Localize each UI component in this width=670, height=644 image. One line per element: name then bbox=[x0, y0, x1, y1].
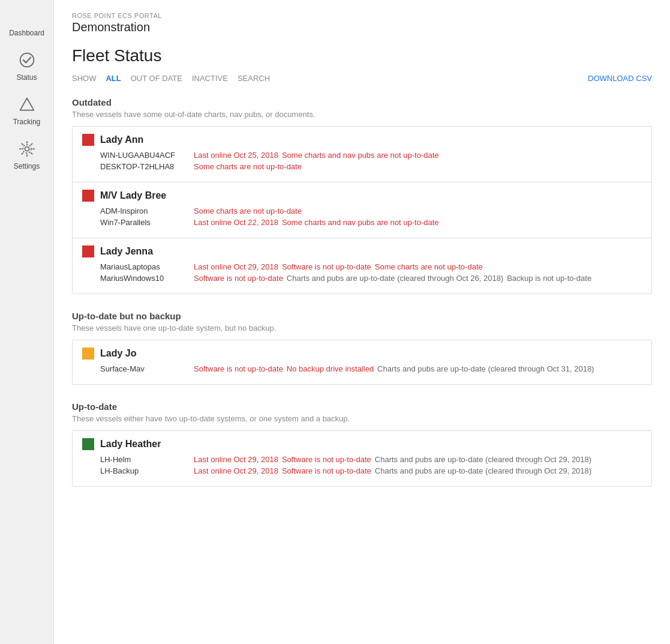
svg-point-9 bbox=[23, 145, 31, 153]
device-note: Last online Oct 29, 2018 bbox=[194, 466, 278, 475]
cards-container: Lady AnnWIN-LUGAABU4ACFLast online Oct 2… bbox=[72, 126, 652, 294]
vessel-card[interactable]: Lady JennaMariausLaptopasLast online Oct… bbox=[73, 238, 651, 292]
vessel-header: Lady Jo bbox=[82, 348, 642, 360]
device-name: MariausLaptopas bbox=[100, 262, 190, 271]
vessel-header: Lady Jenna bbox=[82, 245, 642, 257]
svg-point-6 bbox=[20, 53, 34, 67]
section-title: Up-to-date bbox=[72, 402, 652, 412]
gear-icon bbox=[19, 140, 35, 160]
section-description: These vessels either have two up-to-date… bbox=[72, 414, 652, 423]
device-name: WIN-LUGAABU4ACF bbox=[100, 151, 190, 160]
section-description: These vessels have some out-of-date char… bbox=[72, 110, 652, 119]
device-row: WIN-LUGAABU4ACFLast online Oct 25, 2018S… bbox=[82, 151, 642, 160]
sidebar-item-dashboard[interactable]: Dashboard bbox=[0, 6, 53, 44]
sidebar-item-tracking-label: Tracking bbox=[13, 118, 41, 126]
status-indicator bbox=[82, 134, 94, 146]
cards-container: Lady JoSurface-MavSoftware is not up-to-… bbox=[72, 340, 652, 385]
sidebar-item-tracking[interactable]: Tracking bbox=[0, 89, 53, 133]
sidebar-item-settings-label: Settings bbox=[14, 162, 40, 170]
section-title: Up-to-date but no backup bbox=[72, 311, 652, 321]
status-indicator bbox=[82, 438, 94, 450]
tracking-icon bbox=[19, 96, 35, 115]
filter-all[interactable]: ALL bbox=[106, 74, 121, 83]
filter-bar: SHOW ALL OUT OF DATE INACTIVE SEARCH DOW… bbox=[72, 74, 652, 83]
device-note: Last online Oct 29, 2018 bbox=[194, 262, 278, 271]
device-note: Last online Oct 29, 2018 bbox=[194, 455, 278, 464]
page-title: Fleet Status bbox=[72, 46, 652, 65]
download-csv-button[interactable]: DOWNLOAD CSV bbox=[588, 74, 652, 83]
sidebar-item-status-label: Status bbox=[16, 73, 37, 82]
device-note: Software is not up-to-date bbox=[282, 455, 371, 464]
device-name: Win7-Parallels bbox=[100, 218, 190, 227]
filter-show-label: SHOW bbox=[72, 74, 96, 83]
device-name: DESKTOP-T2HLHA8 bbox=[100, 162, 190, 171]
device-row: MariusWindows10Software is not up-to-dat… bbox=[82, 274, 642, 283]
section-outdated: OutdatedThese vessels have some out-of-d… bbox=[72, 97, 652, 294]
device-name: LH-Helm bbox=[100, 455, 190, 464]
sidebar-item-status[interactable]: Status bbox=[0, 44, 53, 89]
section-description: These vessels have one up-to-date system… bbox=[72, 324, 652, 333]
device-note: Software is not up-to-date bbox=[282, 466, 371, 475]
vessel-name: Lady Ann bbox=[100, 134, 143, 145]
device-note: Backup is not up-to-date bbox=[507, 274, 591, 283]
sidebar: Dashboard Status Tracking Settings bbox=[0, 0, 54, 644]
device-note: Charts and pubs are up-to-date (cleared … bbox=[377, 364, 594, 373]
svg-marker-7 bbox=[20, 98, 34, 110]
device-note: Charts and pubs are up-to-date (cleared … bbox=[287, 274, 503, 283]
filter-search[interactable]: SEARCH bbox=[238, 74, 270, 83]
portal-label: ROSE POINT ECS PORTAL bbox=[72, 12, 652, 19]
device-row: LH-BackupLast online Oct 29, 2018Softwar… bbox=[82, 466, 642, 475]
device-note: Some charts are not up-to-date bbox=[194, 206, 302, 215]
device-row: Surface-MavSoftware is not up-to-dateNo … bbox=[82, 364, 642, 373]
device-note: Charts and pubs are up-to-date (cleared … bbox=[375, 466, 591, 475]
svg-point-8 bbox=[25, 147, 29, 151]
portal-header: ROSE POINT ECS PORTAL Demonstration bbox=[72, 12, 652, 34]
vessel-name: Lady Jenna bbox=[100, 246, 153, 257]
filter-out-of-date[interactable]: OUT OF DATE bbox=[131, 74, 182, 83]
vessel-name: M/V Lady Bree bbox=[100, 190, 166, 201]
vessel-header: Lady Heather bbox=[82, 438, 642, 450]
device-row: DESKTOP-T2HLHA8Some charts are not up-to… bbox=[82, 162, 642, 171]
device-note: Last online Oct 25, 2018 bbox=[194, 151, 278, 160]
section-uptodate: Up-to-dateThese vessels either have two … bbox=[72, 402, 652, 487]
section-title: Outdated bbox=[72, 97, 652, 107]
vessel-card[interactable]: M/V Lady BreeADM-InspironSome charts are… bbox=[73, 182, 651, 236]
vessel-header: M/V Lady Bree bbox=[82, 190, 642, 202]
device-name: MariusWindows10 bbox=[100, 274, 190, 283]
device-note: Some charts are not up-to-date bbox=[375, 262, 483, 271]
cards-container: Lady HeatherLH-HelmLast online Oct 29, 2… bbox=[72, 430, 652, 487]
section-uptodate-no-backup: Up-to-date but no backupThese vessels ha… bbox=[72, 311, 652, 385]
device-row: MariausLaptopasLast online Oct 29, 2018S… bbox=[82, 262, 642, 271]
device-note: No backup drive installed bbox=[287, 364, 374, 373]
filter-inactive[interactable]: INACTIVE bbox=[192, 74, 228, 83]
device-note: Charts and pubs are up-to-date (cleared … bbox=[375, 455, 591, 464]
device-name: LH-Backup bbox=[100, 466, 190, 475]
main-content: ROSE POINT ECS PORTAL Demonstration Flee… bbox=[54, 0, 670, 644]
sidebar-item-settings[interactable]: Settings bbox=[0, 133, 53, 178]
sidebar-item-dashboard-label: Dashboard bbox=[9, 29, 44, 37]
vessel-header: Lady Ann bbox=[82, 134, 642, 146]
device-row: LH-HelmLast online Oct 29, 2018Software … bbox=[82, 455, 642, 464]
vessel-name: Lady Heather bbox=[100, 439, 161, 450]
status-indicator bbox=[82, 190, 94, 202]
device-note: Software is not up-to-date bbox=[194, 364, 283, 373]
device-row: ADM-InspironSome charts are not up-to-da… bbox=[82, 206, 642, 215]
sections-container: OutdatedThese vessels have some out-of-d… bbox=[72, 97, 652, 487]
vessel-name: Lady Jo bbox=[100, 348, 136, 359]
device-note: Software is not up-to-date bbox=[194, 274, 283, 283]
device-note: Software is not up-to-date bbox=[282, 262, 371, 271]
device-name: ADM-Inspiron bbox=[100, 206, 190, 215]
device-note: Some charts and nav pubs are not up-to-d… bbox=[282, 151, 439, 160]
vessel-card[interactable]: Lady AnnWIN-LUGAABU4ACFLast online Oct 2… bbox=[73, 127, 651, 181]
checkmark-icon bbox=[19, 52, 35, 71]
vessel-card[interactable]: Lady HeatherLH-HelmLast online Oct 29, 2… bbox=[73, 431, 651, 485]
device-note: Some charts are not up-to-date bbox=[194, 162, 302, 171]
device-note: Some charts and nav pubs are not up-to-d… bbox=[282, 218, 439, 227]
portal-name: Demonstration bbox=[72, 20, 652, 34]
device-row: Win7-ParallelsLast online Oct 22, 2018So… bbox=[82, 218, 642, 227]
device-name: Surface-Mav bbox=[100, 364, 190, 373]
status-indicator bbox=[82, 245, 94, 257]
status-indicator bbox=[82, 348, 94, 360]
device-note: Last online Oct 22, 2018 bbox=[194, 218, 278, 227]
vessel-card[interactable]: Lady JoSurface-MavSoftware is not up-to-… bbox=[73, 340, 651, 383]
